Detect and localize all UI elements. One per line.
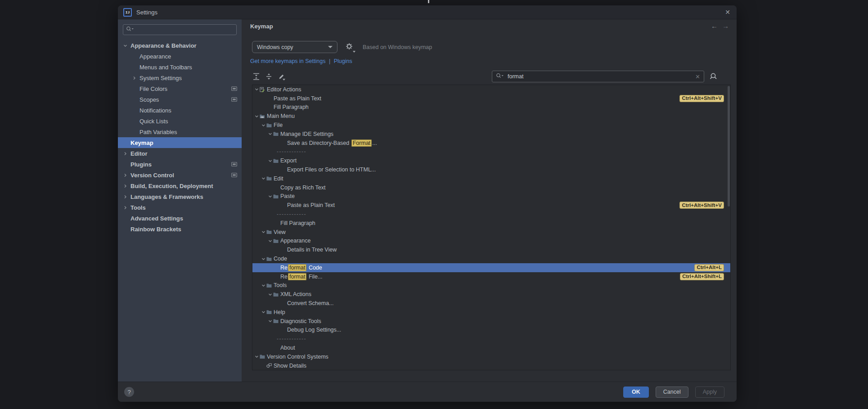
tree-row-manage-ide-settings[interactable]: Manage IDE Settings <box>252 130 730 139</box>
sidebar-search-input[interactable] <box>134 26 234 33</box>
chevron-down-icon[interactable] <box>267 239 273 243</box>
close-icon[interactable]: ✕ <box>725 5 730 19</box>
sidebar-item-label: Version Control <box>130 172 174 179</box>
tree-row-main-menu[interactable]: Main Menu <box>252 112 730 121</box>
tree-row-help[interactable]: Help <box>252 308 730 317</box>
chevron-down-icon[interactable] <box>267 292 273 297</box>
sidebar-item-notifications[interactable]: Notifications <box>118 105 242 116</box>
tree-row-reformat-code[interactable]: Reformat CodeCtrl+Alt+L <box>252 263 730 272</box>
tree-row-paste-as-plain-text[interactable]: Paste as Plain TextCtrl+Alt+Shift+V <box>252 201 730 210</box>
tree-row-copy-as-rich-text[interactable]: Copy as Rich Text <box>252 183 730 192</box>
action-label: Tools <box>274 282 287 288</box>
tree-row-details-in-tree-view[interactable]: Details in Tree View <box>252 245 730 254</box>
sidebar-item-editor[interactable]: Editor <box>118 148 242 159</box>
expand-all-button[interactable] <box>252 72 260 81</box>
tree-row-edit[interactable]: Edit <box>252 174 730 183</box>
sidebar-item-tools[interactable]: Tools <box>118 202 242 213</box>
tree-row-save-as-directory-based-format[interactable]: Save as Directory-Based Format... <box>252 139 730 148</box>
sidebar-item-appearance-behavior[interactable]: Appearance & Behavior <box>118 40 242 51</box>
ok-button[interactable]: OK <box>623 387 649 398</box>
chevron-down-icon[interactable] <box>260 283 266 288</box>
chevron-down-icon[interactable] <box>267 159 273 163</box>
sidebar-item-languages-frameworks[interactable]: Languages & Frameworks <box>118 191 242 202</box>
background-artifact <box>428 0 429 3</box>
chevron-right-icon[interactable] <box>123 206 130 210</box>
tree-row-diagnostic-tools[interactable]: Diagnostic Tools <box>252 317 730 326</box>
chevron-down-icon[interactable] <box>123 44 130 48</box>
collapse-all-button[interactable] <box>265 72 273 81</box>
action-label: Details in Tree View <box>287 247 337 253</box>
tree-row-appearance[interactable]: Appearance <box>252 237 730 246</box>
tree-row-export-files-or-selection-to-html[interactable]: Export Files or Selection to HTML... <box>252 165 730 174</box>
sidebar-search-box[interactable] <box>123 24 237 35</box>
action-label: Version Control Systems <box>267 354 328 360</box>
get-more-keymaps-link[interactable]: Get more keymaps in Settings <box>250 58 325 64</box>
tree-separator[interactable]: ------------ <box>252 334 730 343</box>
sidebar-item-appearance[interactable]: Appearance <box>118 51 242 62</box>
sidebar-item-quick-lists[interactable]: Quick Lists <box>118 116 242 126</box>
chevron-down-icon[interactable] <box>267 194 273 198</box>
action-label: Show Details <box>274 363 306 369</box>
chevron-down-icon[interactable] <box>267 319 273 323</box>
tree-row-view[interactable]: View <box>252 228 730 237</box>
sidebar-item-system-settings[interactable]: System Settings <box>118 72 242 83</box>
chevron-down-icon[interactable] <box>260 230 266 234</box>
tree-row-fill-paragraph[interactable]: Fill Paragraph <box>252 103 730 112</box>
tree-row-version-control-systems[interactable]: Version Control Systems <box>252 352 730 361</box>
action-search-box[interactable]: ✕ <box>492 71 704 82</box>
chevron-right-icon[interactable] <box>123 173 130 177</box>
tree-row-code[interactable]: Code <box>252 254 730 263</box>
chevron-down-icon[interactable] <box>260 310 266 314</box>
tree-row-paste-as-plain-text[interactable]: Paste as Plain TextCtrl+Alt+Shift+V <box>252 94 730 103</box>
tree-row-show-details[interactable]: Show Details <box>252 361 730 370</box>
chevron-right-icon[interactable] <box>123 195 130 199</box>
tree-row-paste[interactable]: Paste <box>252 192 730 201</box>
find-by-shortcut-button[interactable] <box>709 71 720 82</box>
back-arrow-icon[interactable]: ← <box>711 22 718 30</box>
cancel-button[interactable]: Cancel <box>656 387 688 398</box>
sidebar-item-advanced-settings[interactable]: Advanced Settings <box>118 213 242 224</box>
sidebar-item-label: Quick Lists <box>139 118 168 125</box>
tree-row-xml-actions[interactable]: XML Actions <box>252 290 730 299</box>
tree-row-editor-actions[interactable]: Editor Actions <box>252 85 730 94</box>
sidebar-item-menus-and-toolbars[interactable]: Menus and Toolbars <box>118 62 242 72</box>
chevron-right-icon[interactable] <box>123 184 130 188</box>
keymap-actions-button[interactable] <box>346 43 353 52</box>
clear-search-icon[interactable]: ✕ <box>695 73 700 80</box>
folder-icon <box>273 158 279 163</box>
forward-arrow-icon[interactable]: → <box>722 22 729 30</box>
edit-shortcut-button[interactable] <box>277 72 285 81</box>
tree-row-export[interactable]: Export <box>252 156 730 165</box>
tree-row-tools[interactable]: Tools <box>252 281 730 290</box>
tree-row-debug-log-settings[interactable]: Debug Log Settings... <box>252 326 730 335</box>
plugins-link[interactable]: Plugins <box>334 58 352 64</box>
tree-separator[interactable]: ------------ <box>252 210 730 219</box>
sidebar-item-build-execution-deployment[interactable]: Build, Execution, Deployment <box>118 180 242 191</box>
tree-separator[interactable]: ------------ <box>252 148 730 157</box>
sidebar-item-path-variables[interactable]: Path Variables <box>118 126 242 137</box>
sidebar-item-file-colors[interactable]: File Colors <box>118 83 242 94</box>
tree-row-fill-paragraph[interactable]: Fill Paragraph <box>252 219 730 228</box>
action-search-input[interactable] <box>507 73 693 80</box>
sidebar-item-version-control[interactable]: Version Control <box>118 170 242 180</box>
chevron-down-icon[interactable] <box>253 114 260 118</box>
keymap-action-tree: Editor ActionsPaste as Plain TextCtrl+Al… <box>252 85 731 370</box>
sidebar-item-scopes[interactable]: Scopes <box>118 94 242 105</box>
tree-row-reformat-file[interactable]: Reformat File...Ctrl+Alt+Shift+L <box>252 272 730 281</box>
sidebar-item-plugins[interactable]: Plugins <box>118 159 242 170</box>
tree-row-file[interactable]: File <box>252 121 730 130</box>
sidebar-item-rainbow-brackets[interactable]: Rainbow Brackets <box>118 224 242 234</box>
chevron-right-icon[interactable] <box>123 152 130 156</box>
chevron-down-icon[interactable] <box>253 87 260 91</box>
sidebar-item-keymap[interactable]: Keymap <box>118 137 242 148</box>
keymap-scheme-select[interactable]: Windows copy <box>252 41 337 53</box>
help-button[interactable]: ? <box>124 387 134 397</box>
chevron-down-icon[interactable] <box>253 355 260 359</box>
chevron-down-icon[interactable] <box>260 176 266 180</box>
chevron-down-icon[interactable] <box>260 123 266 127</box>
chevron-right-icon[interactable] <box>132 76 139 80</box>
tree-row-about[interactable]: About <box>252 343 730 352</box>
chevron-down-icon[interactable] <box>267 132 273 136</box>
tree-row-convert-schema[interactable]: Convert Schema... <box>252 299 730 308</box>
chevron-down-icon[interactable] <box>260 257 266 261</box>
